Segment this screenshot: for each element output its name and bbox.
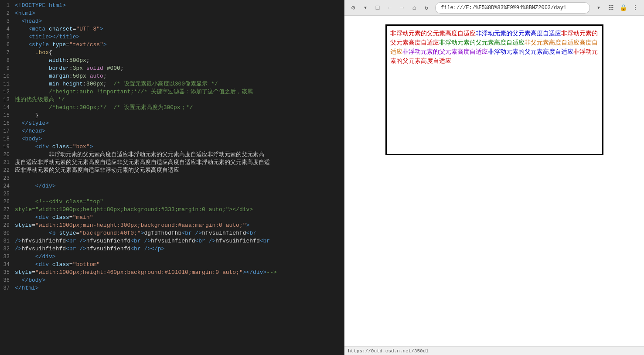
line-number: 9	[0, 65, 13, 72]
code-line: 35style="width:1000px;height:460px;backg…	[0, 269, 344, 276]
preview-text-1: 非浮动元素的父元素高度自适应	[390, 30, 476, 37]
forward-button[interactable]: →	[397, 3, 407, 13]
code-line: 31/>hfvsuihfiehfd<br />hfvsuihfiehfd<br …	[0, 237, 344, 245]
line-number: 4	[0, 25, 13, 33]
line-content[interactable]: <div class="bottom"	[13, 261, 344, 269]
line-content[interactable]	[13, 190, 344, 198]
reload-button[interactable]: ↻	[421, 3, 432, 13]
line-content[interactable]: </div>	[13, 253, 344, 261]
line-number: 28	[0, 214, 13, 222]
line-content[interactable]: }	[13, 112, 344, 119]
code-line: 36 </body>	[0, 276, 344, 284]
line-content[interactable]: </div>	[13, 182, 344, 190]
code-line: 20 非浮动元素的父元素高度自适应非浮动元素的父元素高度自适应非浮动元素的父元素…	[0, 151, 344, 159]
line-content[interactable]: style="width:1000px;min-height:300px;bac…	[13, 222, 344, 229]
editor-scroll-area[interactable]: 1<!DOCTYPE html>2<html>3 <head>4 <meta c…	[0, 0, 344, 355]
line-number: 12	[0, 88, 13, 96]
code-line: 16 </style>	[0, 119, 344, 127]
line-content[interactable]: <div class="main"	[13, 214, 344, 222]
line-number: 1	[0, 2, 13, 10]
line-number: 25	[0, 190, 13, 198]
line-number: 17	[0, 127, 13, 135]
line-number: 3	[0, 17, 13, 25]
line-content[interactable]: margin:50px auto;	[13, 72, 344, 80]
back-button[interactable]: ←	[385, 3, 395, 13]
line-content[interactable]: border:3px solid #000;	[13, 65, 344, 72]
code-line: 18 <body>	[0, 135, 344, 143]
line-content[interactable]: <head>	[13, 17, 344, 25]
code-line: 6 <style type="text/css">	[0, 41, 344, 49]
browser-panel: ⚙ ▾ □ ← → ⌂ ↻ ▾ ☷ 🔒 ⋮ 非浮动元素的父元素高度自适应非浮动元…	[344, 0, 644, 355]
line-number: 26	[0, 198, 13, 206]
preview-text-2: 非浮动元素的父元素高度自适应	[476, 30, 561, 37]
lock-icon[interactable]: 🔒	[618, 3, 628, 13]
line-content[interactable]: style="width:1000px;height:460px;backgro…	[13, 269, 344, 276]
line-content[interactable]: <!DOCTYPE html>	[13, 2, 344, 10]
line-number: 20	[0, 151, 13, 159]
address-dropdown-icon[interactable]: ▾	[593, 3, 604, 13]
line-number: 21	[0, 159, 13, 167]
line-content[interactable]: /*height:auto !important;*//* 关键字过滤器：添加了…	[13, 88, 344, 96]
line-content[interactable]: 度自适应非浮动元素的父元素高度自适应非父元素高度自适应高度自适应非浮动元素的父元…	[13, 159, 344, 167]
grid-view-icon[interactable]: ☷	[606, 3, 616, 13]
line-number: 13	[0, 96, 13, 104]
code-editor[interactable]: 1<!DOCTYPE html>2<html>3 <head>4 <meta c…	[0, 0, 344, 355]
address-bar[interactable]	[435, 2, 590, 14]
line-content[interactable]: /*height:300px;*/ /* 设置元素高度为300px；*/	[13, 104, 344, 112]
line-number: 24	[0, 182, 13, 190]
line-number: 23	[0, 174, 13, 182]
code-lines: 1<!DOCTYPE html>2<html>3 <head>4 <meta c…	[0, 2, 344, 292]
code-line: 23	[0, 174, 344, 182]
menu-icon[interactable]: ⋮	[630, 3, 641, 13]
code-line: 24 </div>	[0, 182, 344, 190]
preview-text-4: 非浮动元素的父元素高度自适应	[439, 39, 525, 46]
line-content[interactable]	[13, 174, 344, 182]
line-content[interactable]: />hfvsuihfiehfd<br />hfvsuihfiehfd<br />…	[13, 237, 344, 245]
line-content[interactable]: <html>	[13, 10, 344, 17]
line-number: 37	[0, 284, 13, 292]
line-content[interactable]: 性的优先级最高 */	[13, 96, 344, 104]
line-content[interactable]: <p style="background:#0f0;">dgfdfhbdfhb<…	[13, 229, 344, 237]
code-line: 22应非浮动元素的父元素高度自适应非浮动元素的父元素高度自适应	[0, 167, 344, 174]
line-content[interactable]: <div class="box">	[13, 143, 344, 151]
code-line: 30 <p style="background:#0f0;">dgfdfhbdf…	[0, 229, 344, 237]
code-line: 3 <head>	[0, 17, 344, 25]
line-content[interactable]: </head>	[13, 127, 344, 135]
devtools-icon[interactable]: □	[372, 3, 383, 13]
line-number: 10	[0, 72, 13, 80]
code-line: 34 <div class="bottom"	[0, 261, 344, 269]
line-content[interactable]: 应非浮动元素的父元素高度自适应非浮动元素的父元素高度自适应	[13, 167, 344, 174]
line-content[interactable]: </html>	[13, 284, 344, 292]
line-content[interactable]: <style type="text/css">	[13, 41, 344, 49]
line-number: 30	[0, 229, 13, 237]
line-number: 29	[0, 222, 13, 229]
code-line: 28 <div class="main"	[0, 214, 344, 222]
line-content[interactable]: </body>	[13, 276, 344, 284]
line-number: 7	[0, 49, 13, 57]
line-content[interactable]: style="width:1000px;height:80px;backgrou…	[13, 206, 344, 214]
settings-icon[interactable]: ⚙	[348, 3, 358, 13]
line-content[interactable]: />hfvsuihfiehfd<br />hfvsuihfiehfd<br />…	[13, 245, 344, 253]
line-content[interactable]: width:500px;	[13, 57, 344, 65]
home-button[interactable]: ⌂	[409, 3, 419, 13]
line-content[interactable]: <!--<div class="top"	[13, 198, 344, 206]
line-number: 2	[0, 10, 13, 17]
preview-box: 非浮动元素的父元素高度自适应非浮动元素的父元素高度自适应非浮动元素的父元素高度自…	[385, 24, 603, 155]
code-line: 9 border:3px solid #000;	[0, 65, 344, 72]
line-content[interactable]: <title></title>	[13, 33, 344, 41]
line-content[interactable]: <meta charset="UTF-8">	[13, 25, 344, 33]
browser-content: 非浮动元素的父元素高度自适应非浮动元素的父元素高度自适应非浮动元素的父元素高度自…	[344, 16, 644, 346]
line-content[interactable]: 非浮动元素的父元素高度自适应非浮动元素的父元素高度自适应非浮动元素的父元素高	[13, 151, 344, 159]
line-content[interactable]: .box{	[13, 49, 344, 57]
line-number: 22	[0, 167, 13, 174]
code-line: 7 .box{	[0, 49, 344, 57]
line-content[interactable]: <body>	[13, 135, 344, 143]
line-number: 19	[0, 143, 13, 151]
settings-dropdown-icon[interactable]: ▾	[360, 3, 371, 13]
code-line: 17 </head>	[0, 127, 344, 135]
line-content[interactable]: </style>	[13, 119, 344, 127]
code-line: 32/>hfvsuihfiehfd<br />hfvsuihfiehfd<br …	[0, 245, 344, 253]
line-number: 34	[0, 261, 13, 269]
line-content[interactable]: min-height:300px; /* 设置元素最小高度以300像素显示 */	[13, 80, 344, 88]
line-number: 8	[0, 57, 13, 65]
